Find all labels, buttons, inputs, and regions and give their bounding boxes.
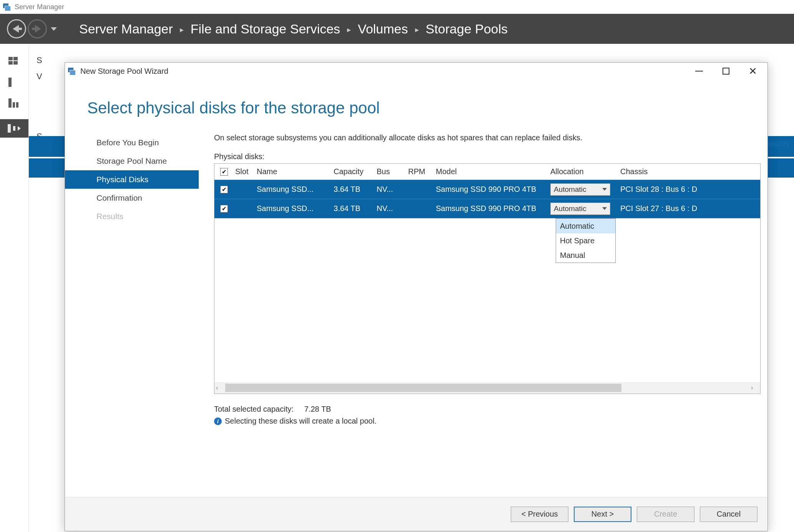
allocation-value: Automatic (554, 185, 586, 194)
maximize-button[interactable] (721, 66, 731, 76)
wizard-nav-before-you-begin[interactable]: Before You Begin (65, 133, 199, 152)
wizard-nav-storage-pool-name[interactable]: Storage Pool Name (65, 152, 199, 170)
allocation-select[interactable]: Automatic (550, 203, 610, 215)
minimize-icon (695, 71, 703, 71)
wizard-heading: Select physical disks for the storage po… (65, 80, 767, 131)
breadcrumb-item[interactable]: File and Storage Services (191, 22, 340, 37)
bg-column-fragment: apacity (766, 139, 790, 148)
cell-name: Samsung SSD... (257, 204, 334, 213)
chevron-right-icon: ▸ (415, 25, 419, 34)
previous-button[interactable]: < Previous (511, 507, 568, 522)
server-manager-icon (68, 68, 76, 75)
breadcrumb-item[interactable]: Volumes (358, 22, 408, 37)
wizard-nav-results: Results (65, 207, 199, 226)
table-empty-area (214, 218, 760, 382)
total-capacity-row: Total selected capacity: 7.28 TB (214, 405, 761, 414)
back-button[interactable] (7, 19, 26, 38)
wizard-footer: < Previous Next > Create Cancel (65, 497, 767, 531)
forward-button[interactable] (28, 19, 47, 38)
column-name[interactable]: Name (257, 167, 334, 176)
chevron-right-icon (18, 126, 21, 131)
column-slot[interactable]: Slot (234, 167, 257, 176)
table-row[interactable]: Samsung SSD... 3.64 TB NV... Samsung SSD… (214, 180, 760, 199)
chevron-down-icon (602, 188, 607, 191)
cell-model: Samsung SSD 990 PRO 4TB (436, 204, 550, 213)
chevron-down-icon (602, 207, 607, 210)
table-row[interactable]: Samsung SSD... 3.64 TB NV... Samsung SSD… (214, 199, 760, 218)
maximize-icon (723, 68, 729, 75)
scrollbar-thumb[interactable] (225, 384, 621, 392)
server-manager-icon (3, 3, 12, 10)
file-storage-icon[interactable] (0, 119, 28, 138)
app-titlebar: Server Manager (0, 0, 794, 14)
chevron-right-icon: ▸ (347, 25, 351, 34)
wizard-nav-physical-disks[interactable]: Physical Disks (65, 170, 199, 189)
cell-model: Samsung SSD 990 PRO 4TB (436, 185, 550, 194)
cell-name: Samsung SSD... (257, 185, 334, 194)
allocation-option-hot-spare[interactable]: Hot Spare (556, 233, 615, 248)
cancel-button[interactable]: Cancel (700, 507, 757, 522)
breadcrumb-item[interactable]: Storage Pools (426, 22, 508, 37)
select-all-checkbox[interactable] (220, 168, 228, 176)
wizard-main: On select storage subsystems you can add… (199, 131, 767, 497)
close-icon: ✕ (749, 67, 757, 75)
wizard-titlebar: New Storage Pool Wizard ✕ (65, 63, 767, 80)
breadcrumb: Server Manager ▸ File and Storage Servic… (79, 22, 508, 37)
arrow-left-icon (13, 25, 19, 33)
scroll-right-icon[interactable]: › (751, 384, 759, 391)
minimize-button[interactable] (694, 66, 704, 76)
cell-capacity: 3.64 TB (334, 204, 377, 213)
wizard-description: On select storage subsystems you can add… (214, 133, 761, 142)
history-dropdown[interactable] (51, 27, 57, 31)
physical-disks-table: Slot Name Capacity Bus RPM Model Allocat… (214, 163, 761, 394)
wizard-nav-confirmation[interactable]: Confirmation (65, 189, 199, 207)
horizontal-scrollbar[interactable]: ‹ › (214, 382, 760, 394)
wizard-nav: Before You Begin Storage Pool Name Physi… (65, 131, 199, 497)
header-bar: Server Manager ▸ File and Storage Servic… (0, 14, 794, 44)
close-button[interactable]: ✕ (747, 66, 758, 76)
column-bus[interactable]: Bus (377, 167, 408, 176)
column-capacity[interactable]: Capacity (334, 167, 377, 176)
next-button[interactable]: Next > (574, 507, 631, 522)
column-allocation[interactable]: Allocation (550, 167, 616, 176)
column-rpm[interactable]: RPM (408, 167, 436, 176)
info-icon: i (214, 417, 222, 425)
row-checkbox[interactable] (220, 205, 228, 213)
allocation-select[interactable]: Automatic (550, 183, 610, 196)
physical-disks-label: Physical disks: (214, 152, 761, 161)
total-capacity-label: Total selected capacity: (214, 405, 294, 414)
cell-capacity: 3.64 TB (334, 185, 377, 194)
info-row: i Selecting these disks will create a lo… (214, 417, 761, 426)
local-server-icon[interactable] (8, 78, 20, 87)
app-title: Server Manager (15, 3, 64, 11)
breadcrumb-item[interactable]: Server Manager (79, 22, 173, 37)
allocation-option-automatic[interactable]: Automatic (556, 219, 615, 233)
cell-bus: NV... (377, 204, 408, 213)
row-checkbox[interactable] (220, 186, 228, 193)
column-chassis[interactable]: Chassis (616, 167, 760, 176)
allocation-dropdown: Automatic Hot Spare Manual (556, 218, 616, 263)
scroll-left-icon[interactable]: ‹ (216, 384, 224, 391)
info-text: Selecting these disks will create a loca… (225, 417, 377, 426)
icon-rail (0, 44, 29, 532)
table-header: Slot Name Capacity Bus RPM Model Allocat… (214, 164, 760, 180)
all-servers-icon[interactable] (8, 98, 20, 108)
create-button: Create (637, 507, 694, 522)
chevron-right-icon: ▸ (180, 25, 184, 34)
wizard-title: New Storage Pool Wizard (80, 67, 168, 76)
allocation-option-manual[interactable]: Manual (556, 248, 615, 263)
allocation-value: Automatic (554, 204, 586, 213)
dashboard-icon[interactable] (8, 57, 20, 66)
new-storage-pool-wizard: New Storage Pool Wizard ✕ Select physica… (65, 62, 768, 531)
arrow-right-icon (35, 25, 41, 33)
cell-bus: NV... (377, 185, 408, 194)
nav-controls (7, 19, 57, 38)
cell-chassis: PCI Slot 28 : Bus 6 : D (616, 185, 760, 194)
column-model[interactable]: Model (436, 167, 550, 176)
total-capacity-value: 7.28 TB (304, 405, 331, 414)
cell-chassis: PCI Slot 27 : Bus 6 : D (616, 204, 760, 213)
